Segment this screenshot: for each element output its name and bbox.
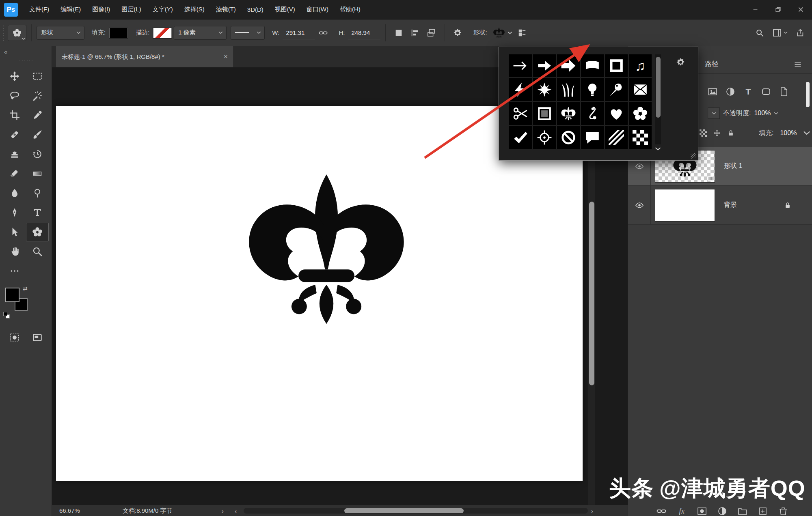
tool-eyedropper[interactable] xyxy=(26,106,49,125)
tool-pen[interactable] xyxy=(3,203,26,222)
link-dimensions-icon[interactable] xyxy=(319,28,328,37)
menu-item-选择[interactable]: 选择(S) xyxy=(179,0,210,19)
restore-button[interactable] xyxy=(767,0,789,19)
shape-picker-scrollbar[interactable] xyxy=(655,54,661,144)
tab-paths[interactable]: 路径 xyxy=(705,60,718,69)
shape-starburst-tile[interactable] xyxy=(533,78,556,101)
menu-item-编辑[interactable]: 编辑(E) xyxy=(55,0,86,19)
layer-fill-value[interactable]: 100% xyxy=(780,129,797,137)
picker-gear-icon[interactable] xyxy=(676,58,685,67)
layer-visibility-toggle[interactable] xyxy=(628,186,651,224)
menu-item-窗口[interactable]: 窗口(W) xyxy=(301,0,334,19)
panel-imgpanel-icon[interactable] xyxy=(708,87,717,97)
shape-ornament-tile[interactable] xyxy=(581,102,604,125)
shape-nosign-tile[interactable] xyxy=(557,126,580,149)
tool-stamp[interactable] xyxy=(3,145,26,163)
tool-history[interactable] xyxy=(26,145,49,163)
workspace-switcher[interactable] xyxy=(772,28,788,38)
tool-ellipsis[interactable] xyxy=(3,262,26,280)
resize-grip[interactable] xyxy=(691,153,696,159)
width-field[interactable]: 291.31 xyxy=(283,26,315,39)
shape-heart-tile[interactable] xyxy=(605,102,628,125)
lock-all-icon[interactable] xyxy=(727,129,734,137)
menu-item-文字[interactable]: 文字(Y) xyxy=(147,0,179,19)
shape-pin-tile[interactable] xyxy=(605,78,628,101)
shape-stripes-tile[interactable] xyxy=(605,126,628,149)
panel-roundrect-icon[interactable] xyxy=(761,87,771,97)
shape-check-tile[interactable] xyxy=(509,126,532,149)
shape-grass-tile[interactable] xyxy=(557,78,580,101)
default-colors-icon[interactable] xyxy=(3,312,11,319)
shape-frame-tile[interactable] xyxy=(605,54,628,77)
tool-hand[interactable] xyxy=(3,242,26,261)
canvas[interactable] xyxy=(56,106,583,481)
tool-dodge[interactable] xyxy=(26,184,49,202)
newlayer-icon[interactable] xyxy=(758,506,768,516)
chain-icon[interactable] xyxy=(657,506,666,516)
tool-select[interactable] xyxy=(3,223,26,241)
tool-crop[interactable] xyxy=(3,106,26,125)
panel-typeT-icon[interactable]: T xyxy=(743,87,753,97)
stroke-swatch[interactable] xyxy=(153,27,172,39)
foreground-color-swatch[interactable] xyxy=(5,288,19,302)
shape-bulb-tile[interactable] xyxy=(581,78,604,101)
menu-item-文件[interactable]: 文件(F) xyxy=(24,0,55,19)
tool-splat[interactable] xyxy=(26,223,49,241)
shape-arrow-wide-tile[interactable] xyxy=(557,54,580,77)
stroke-width-select[interactable]: 1 像素 xyxy=(174,26,227,40)
layer-row[interactable]: 背景 xyxy=(628,186,812,225)
tool-brush[interactable] xyxy=(26,125,49,144)
options-bar-grip[interactable] xyxy=(2,25,4,41)
tool-move[interactable] xyxy=(3,67,26,86)
fill-swatch[interactable] xyxy=(109,27,128,39)
shape-speech-tile[interactable] xyxy=(581,126,604,149)
stroke-style-select[interactable] xyxy=(231,26,265,40)
align-edges-icon[interactable] xyxy=(518,28,527,37)
lock-transparent-pixels-icon[interactable] xyxy=(700,129,707,137)
minimize-button[interactable] xyxy=(744,0,767,19)
fx-icon[interactable]: fx xyxy=(677,506,687,516)
document-tab[interactable]: 未标题-1 @ 66.7% (形状 1, RGB/8#) * × xyxy=(56,46,234,67)
shape-target-tile[interactable] xyxy=(533,126,556,149)
zoom-level-field[interactable]: 66.67% xyxy=(59,505,80,516)
menu-item-图像[interactable]: 图像(I) xyxy=(86,0,116,19)
mask-icon[interactable] xyxy=(697,506,707,516)
menu-item-3D[interactable]: 3D(D) xyxy=(242,0,269,19)
tool-marquee[interactable] xyxy=(26,67,49,86)
shape-frame2-tile[interactable] xyxy=(533,102,556,125)
panel-menu-icon[interactable] xyxy=(794,60,802,69)
swap-colors-icon[interactable]: ⇄ xyxy=(23,285,28,292)
tool-blur[interactable] xyxy=(3,184,26,202)
gear-icon[interactable] xyxy=(453,28,462,37)
tool-eraser[interactable] xyxy=(3,164,26,183)
adjust-icon[interactable] xyxy=(717,506,727,516)
menu-item-图层[interactable]: 图层(L) xyxy=(116,0,147,19)
tools-panel-grip[interactable] xyxy=(19,59,33,61)
shape-envelope-tile[interactable] xyxy=(629,78,652,101)
collapse-tools-button[interactable]: « xyxy=(4,48,7,55)
menu-item-滤镜[interactable]: 滤镜(T) xyxy=(210,0,242,19)
scroll-right-icon[interactable]: › xyxy=(591,505,593,516)
height-field[interactable]: 248.94 xyxy=(348,26,380,39)
tool-wand[interactable] xyxy=(26,86,49,105)
tool-screenmode[interactable] xyxy=(26,328,49,347)
opacity-value[interactable]: 100% xyxy=(754,110,771,117)
scroll-left-icon[interactable]: ‹ xyxy=(235,505,237,516)
blend-mode-select[interactable] xyxy=(708,108,720,119)
current-shape-preview[interactable] xyxy=(491,25,514,41)
tool-type[interactable] xyxy=(26,203,49,222)
horizontal-scrollbar-thumb[interactable] xyxy=(344,508,464,513)
search-icon[interactable] xyxy=(755,28,764,37)
shape-fleur-tile[interactable] xyxy=(557,102,580,125)
share-icon[interactable] xyxy=(796,28,805,37)
panel-page-icon[interactable] xyxy=(779,87,789,97)
menu-item-帮助[interactable]: 帮助(H) xyxy=(334,0,366,19)
close-tab-icon[interactable]: × xyxy=(222,53,229,61)
path-arrangement-icon[interactable] xyxy=(427,28,436,37)
dock-scrollbar[interactable] xyxy=(806,82,810,107)
shape-music-tile[interactable]: ♫ xyxy=(629,54,652,77)
menu-item-视图[interactable]: 视图(V) xyxy=(269,0,301,19)
tool-preset-button[interactable] xyxy=(8,25,26,41)
shape-checker-tile[interactable] xyxy=(629,126,652,149)
shape-arrow-bold-tile[interactable] xyxy=(533,54,556,77)
